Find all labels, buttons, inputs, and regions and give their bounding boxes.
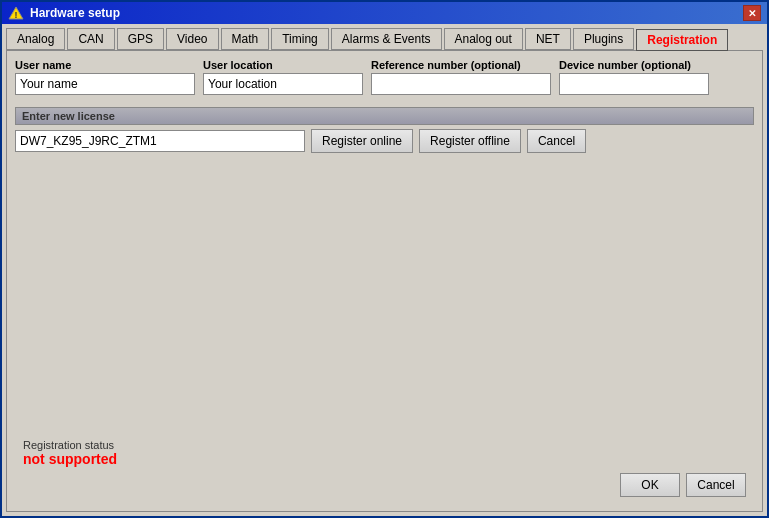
register-online-button[interactable]: Register online bbox=[311, 129, 413, 153]
user-name-group: User name bbox=[15, 59, 195, 95]
device-number-label: Device number (optional) bbox=[559, 59, 709, 71]
tab-analog[interactable]: Analog bbox=[6, 28, 65, 50]
status-value: not supported bbox=[23, 451, 746, 467]
ok-cancel-row: OK Cancel bbox=[23, 473, 746, 503]
license-row: Register online Register offline Cancel bbox=[15, 129, 754, 153]
user-location-input[interactable] bbox=[203, 73, 363, 95]
user-fields-row: User name User location Reference number… bbox=[15, 59, 754, 95]
user-location-label: User location bbox=[203, 59, 363, 71]
tab-plugins[interactable]: Plugins bbox=[573, 28, 634, 50]
svg-text:!: ! bbox=[15, 10, 18, 20]
user-name-input[interactable] bbox=[15, 73, 195, 95]
close-button[interactable]: ✕ bbox=[743, 5, 761, 21]
hardware-setup-window: ! Hardware setup ✕ Analog CAN GPS Video … bbox=[0, 0, 769, 518]
license-input[interactable] bbox=[15, 130, 305, 152]
tab-net[interactable]: NET bbox=[525, 28, 571, 50]
tab-analog-out[interactable]: Analog out bbox=[444, 28, 523, 50]
tab-gps[interactable]: GPS bbox=[117, 28, 164, 50]
user-name-label: User name bbox=[15, 59, 195, 71]
status-section: Registration status not supported bbox=[23, 439, 746, 467]
device-number-group: Device number (optional) bbox=[559, 59, 709, 95]
license-section-header: Enter new license bbox=[15, 107, 754, 125]
tab-alarms[interactable]: Alarms & Events bbox=[331, 28, 442, 50]
register-offline-button[interactable]: Register offline bbox=[419, 129, 521, 153]
content-area: User name User location Reference number… bbox=[6, 50, 763, 512]
tab-timing[interactable]: Timing bbox=[271, 28, 329, 50]
bottom-bar: Registration status not supported OK Can… bbox=[15, 439, 754, 503]
warning-icon: ! bbox=[8, 5, 24, 21]
device-number-input[interactable] bbox=[559, 73, 709, 95]
title-bar-left: ! Hardware setup bbox=[8, 5, 120, 21]
tab-math[interactable]: Math bbox=[221, 28, 270, 50]
user-location-group: User location bbox=[203, 59, 363, 95]
status-label: Registration status bbox=[23, 439, 746, 451]
ok-button[interactable]: OK bbox=[620, 473, 680, 497]
tab-can[interactable]: CAN bbox=[67, 28, 114, 50]
tabs-bar: Analog CAN GPS Video Math Timing Alarms … bbox=[2, 24, 767, 50]
title-bar: ! Hardware setup ✕ bbox=[2, 2, 767, 24]
tab-video[interactable]: Video bbox=[166, 28, 218, 50]
ref-number-label: Reference number (optional) bbox=[371, 59, 551, 71]
window-title: Hardware setup bbox=[30, 6, 120, 20]
ref-number-input[interactable] bbox=[371, 73, 551, 95]
ref-number-group: Reference number (optional) bbox=[371, 59, 551, 95]
tab-registration[interactable]: Registration bbox=[636, 29, 728, 51]
cancel-button[interactable]: Cancel bbox=[686, 473, 746, 497]
content-spacer bbox=[15, 153, 754, 439]
license-cancel-button[interactable]: Cancel bbox=[527, 129, 586, 153]
